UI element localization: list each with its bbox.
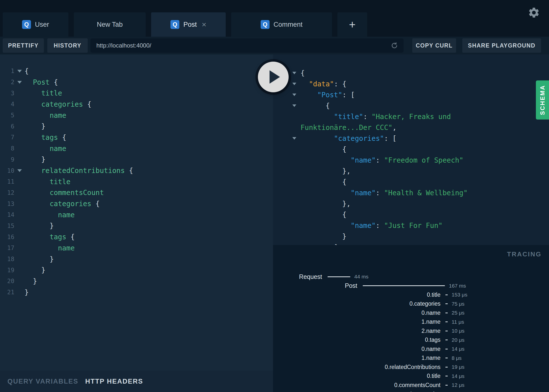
prettify-button[interactable]: PRETTIFY	[3, 38, 44, 53]
response-code: "data": {	[301, 80, 346, 88]
fold-arrow-icon[interactable]	[17, 70, 22, 73]
fold-arrow-icon[interactable]	[292, 137, 296, 140]
query-code: categories {	[25, 100, 91, 108]
main-content: 1{2 Post {3 title4 categories {5 name6 }…	[0, 54, 549, 392]
tracing-time: 19 μs	[452, 364, 465, 370]
response-line: {	[273, 100, 549, 111]
code-token: }	[25, 122, 45, 130]
tracing-field-row: 0.title153 μs	[273, 290, 549, 299]
share-playground-button[interactable]: SHARE PLAYGROUND	[462, 38, 541, 53]
tracing-panel: TRACING Request44 msPost167 ms0.title153…	[273, 245, 549, 392]
code-token: : [	[384, 134, 397, 143]
tab-comment[interactable]: QComment	[231, 12, 332, 37]
endpoint-url-input[interactable]	[90, 38, 404, 53]
response-code: },	[301, 200, 351, 208]
response-code: {	[301, 145, 346, 153]
fold-arrow-icon[interactable]	[292, 104, 296, 107]
code-token	[301, 91, 317, 99]
play-icon	[270, 70, 280, 84]
tab-post[interactable]: QPost×	[151, 12, 226, 37]
fold-arrow-icon[interactable]	[17, 169, 22, 172]
tracing-duration-tick	[445, 376, 448, 376]
code-token: {	[301, 211, 346, 219]
tab-list: QUserNew TabQPost×QComment	[3, 0, 337, 37]
query-code: }	[25, 155, 45, 164]
tracing-field-row: 2.name10 μs	[273, 326, 549, 336]
settings-gear-icon[interactable]	[528, 6, 540, 19]
tracing-field-row: 0.relatedContributions19 μs	[273, 363, 549, 372]
query-variables-tab[interactable]: QUERY VARIABLES	[7, 378, 78, 385]
query-editor-panel[interactable]: 1{2 Post {3 title4 categories {5 name6 }…	[0, 54, 273, 392]
tab-new-tab[interactable]: New Tab	[74, 12, 146, 37]
editor-line: 12 commentsCount	[0, 187, 273, 198]
execute-query-button[interactable]	[258, 62, 289, 92]
query-code: }	[25, 266, 45, 274]
code-token: "Hacker, Freaks und	[372, 113, 451, 121]
reload-endpoint-icon[interactable]	[391, 42, 398, 49]
query-badge: Q	[170, 20, 179, 29]
tracing-duration-bar	[363, 285, 445, 286]
tracing-time: 11 μs	[452, 319, 464, 325]
editor-line: 2 Post {	[0, 77, 273, 88]
response-line: {	[273, 68, 549, 78]
response-code: "name": "Freedom of Speech"	[301, 156, 463, 164]
fold-arrow-icon[interactable]	[292, 83, 296, 85]
history-button[interactable]: HISTORY	[47, 38, 88, 53]
tracing-duration-tick	[445, 367, 448, 368]
tracing-span-row: Post167 ms	[273, 281, 549, 291]
code-token: categories	[25, 100, 87, 108]
response-line: "name": "Health & Wellbeing"	[273, 187, 549, 198]
tracing-field-label: 0.categories	[273, 391, 440, 392]
tracing-field-label: 0.title	[273, 292, 440, 298]
line-number: 1	[0, 68, 14, 74]
copy-curl-button[interactable]: COPY CURL	[412, 38, 456, 53]
code-token: tags	[25, 233, 70, 241]
tracing-time: 167 ms	[449, 283, 466, 289]
code-token: title	[25, 178, 70, 186]
code-token: commentsCount	[25, 189, 104, 197]
code-token: {	[301, 178, 346, 186]
fold-gutter	[292, 94, 301, 96]
code-token: {	[87, 100, 91, 108]
tracing-duration-tick	[445, 313, 448, 313]
tab-label: New Tab	[97, 21, 123, 28]
schema-sidebar-tab[interactable]: SCHEMA	[536, 80, 549, 120]
code-token: relatedContributions	[25, 167, 129, 175]
response-line: },	[273, 166, 549, 176]
query-code: Post {	[25, 78, 58, 86]
tracing-duration-bar	[328, 276, 350, 277]
query-badge: Q	[261, 20, 270, 29]
editor-line: 21}	[0, 287, 273, 298]
code-token: title	[25, 89, 62, 97]
tracing-field-label: 0.title	[273, 373, 440, 379]
editor-line: 20 }	[0, 276, 273, 287]
tracing-duration-tick	[445, 294, 448, 295]
response-code: Funktionäre...Der CCC",	[301, 123, 397, 132]
line-number: 9	[0, 156, 14, 163]
add-tab-button[interactable]: +	[337, 12, 367, 37]
editor-line: 13 categories {	[0, 198, 273, 209]
tracing-field-row: 0.commentsCount12 μs	[273, 381, 549, 390]
tab-close-icon[interactable]: ×	[202, 21, 206, 28]
response-line: ],	[273, 242, 549, 245]
editor-line: 4 categories {	[0, 99, 273, 110]
code-token: name	[25, 211, 75, 219]
fold-arrow-icon[interactable]	[292, 72, 296, 74]
code-token: : {	[334, 80, 347, 88]
tab-user[interactable]: QUser	[3, 12, 68, 37]
query-code: relatedContributions {	[25, 167, 133, 175]
line-number: 4	[0, 101, 14, 108]
code-token: "Just For Fun"	[384, 221, 442, 230]
tracing-span-label: Post	[273, 282, 357, 289]
fold-arrow-icon[interactable]	[292, 94, 296, 96]
editor-footer: QUERY VARIABLES HTTP HEADERS	[0, 371, 273, 392]
response-line: }	[273, 231, 549, 242]
http-headers-tab[interactable]: HTTP HEADERS	[85, 378, 143, 385]
tracing-time: 44 ms	[354, 274, 368, 280]
code-token: }	[25, 266, 45, 274]
response-code: "name": "Just For Fun"	[301, 221, 442, 230]
fold-arrow-icon[interactable]	[17, 81, 22, 84]
query-code: name	[25, 111, 66, 120]
fold-gutter	[14, 169, 25, 172]
code-token: "name"	[351, 189, 376, 197]
